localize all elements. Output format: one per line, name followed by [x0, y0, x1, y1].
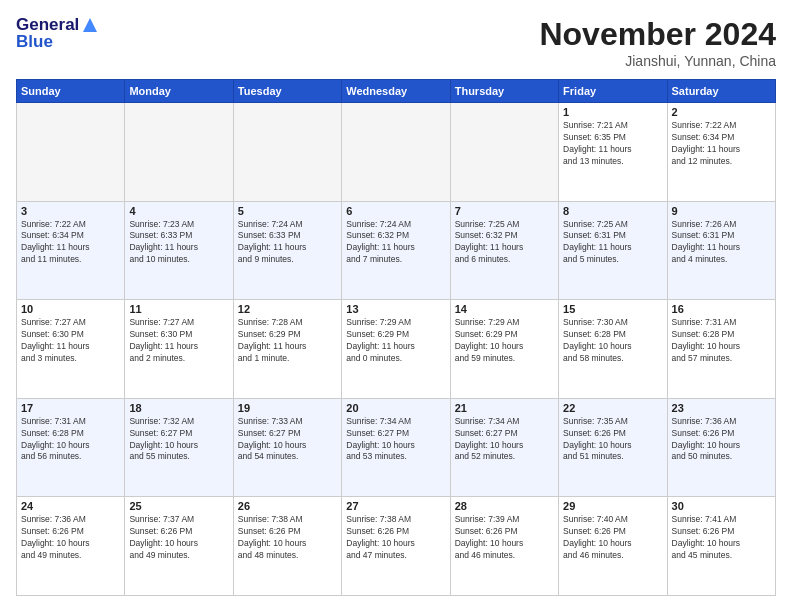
day-number: 2 — [672, 106, 771, 118]
day-number: 12 — [238, 303, 337, 315]
day-number: 4 — [129, 205, 228, 217]
calendar-cell: 15Sunrise: 7:30 AM Sunset: 6:28 PM Dayli… — [559, 300, 667, 399]
svg-marker-0 — [83, 18, 97, 32]
calendar-cell: 3Sunrise: 7:22 AM Sunset: 6:34 PM Daylig… — [17, 201, 125, 300]
header: General Blue November 2024 Jianshui, Yun… — [16, 16, 776, 69]
day-info: Sunrise: 7:21 AM Sunset: 6:35 PM Dayligh… — [563, 120, 662, 168]
calendar-cell: 30Sunrise: 7:41 AM Sunset: 6:26 PM Dayli… — [667, 497, 775, 596]
day-number: 17 — [21, 402, 120, 414]
day-number: 20 — [346, 402, 445, 414]
title-block: November 2024 Jianshui, Yunnan, China — [539, 16, 776, 69]
day-number: 22 — [563, 402, 662, 414]
day-info: Sunrise: 7:27 AM Sunset: 6:30 PM Dayligh… — [129, 317, 228, 365]
day-info: Sunrise: 7:31 AM Sunset: 6:28 PM Dayligh… — [672, 317, 771, 365]
weekday-header: Thursday — [450, 80, 558, 103]
day-number: 7 — [455, 205, 554, 217]
day-number: 1 — [563, 106, 662, 118]
calendar-cell: 12Sunrise: 7:28 AM Sunset: 6:29 PM Dayli… — [233, 300, 341, 399]
day-number: 15 — [563, 303, 662, 315]
calendar-cell: 23Sunrise: 7:36 AM Sunset: 6:26 PM Dayli… — [667, 398, 775, 497]
calendar-cell: 13Sunrise: 7:29 AM Sunset: 6:29 PM Dayli… — [342, 300, 450, 399]
day-number: 14 — [455, 303, 554, 315]
calendar-cell: 29Sunrise: 7:40 AM Sunset: 6:26 PM Dayli… — [559, 497, 667, 596]
calendar-cell: 10Sunrise: 7:27 AM Sunset: 6:30 PM Dayli… — [17, 300, 125, 399]
day-info: Sunrise: 7:34 AM Sunset: 6:27 PM Dayligh… — [455, 416, 554, 464]
calendar-cell: 7Sunrise: 7:25 AM Sunset: 6:32 PM Daylig… — [450, 201, 558, 300]
calendar-cell — [450, 103, 558, 202]
calendar-cell — [125, 103, 233, 202]
day-info: Sunrise: 7:25 AM Sunset: 6:32 PM Dayligh… — [455, 219, 554, 267]
day-info: Sunrise: 7:39 AM Sunset: 6:26 PM Dayligh… — [455, 514, 554, 562]
weekday-header: Saturday — [667, 80, 775, 103]
month-year: November 2024 — [539, 16, 776, 53]
calendar-cell: 16Sunrise: 7:31 AM Sunset: 6:28 PM Dayli… — [667, 300, 775, 399]
calendar-cell — [233, 103, 341, 202]
calendar-cell: 1Sunrise: 7:21 AM Sunset: 6:35 PM Daylig… — [559, 103, 667, 202]
day-info: Sunrise: 7:23 AM Sunset: 6:33 PM Dayligh… — [129, 219, 228, 267]
calendar-cell — [17, 103, 125, 202]
calendar-cell: 8Sunrise: 7:25 AM Sunset: 6:31 PM Daylig… — [559, 201, 667, 300]
calendar-cell: 5Sunrise: 7:24 AM Sunset: 6:33 PM Daylig… — [233, 201, 341, 300]
calendar-week-row: 10Sunrise: 7:27 AM Sunset: 6:30 PM Dayli… — [17, 300, 776, 399]
calendar-week-row: 24Sunrise: 7:36 AM Sunset: 6:26 PM Dayli… — [17, 497, 776, 596]
logo: General Blue — [16, 16, 99, 51]
day-number: 28 — [455, 500, 554, 512]
calendar-cell: 19Sunrise: 7:33 AM Sunset: 6:27 PM Dayli… — [233, 398, 341, 497]
logo-blue: Blue — [16, 33, 99, 52]
calendar-cell: 25Sunrise: 7:37 AM Sunset: 6:26 PM Dayli… — [125, 497, 233, 596]
day-info: Sunrise: 7:37 AM Sunset: 6:26 PM Dayligh… — [129, 514, 228, 562]
day-info: Sunrise: 7:38 AM Sunset: 6:26 PM Dayligh… — [238, 514, 337, 562]
calendar-cell: 28Sunrise: 7:39 AM Sunset: 6:26 PM Dayli… — [450, 497, 558, 596]
day-number: 27 — [346, 500, 445, 512]
day-info: Sunrise: 7:26 AM Sunset: 6:31 PM Dayligh… — [672, 219, 771, 267]
calendar-cell: 17Sunrise: 7:31 AM Sunset: 6:28 PM Dayli… — [17, 398, 125, 497]
day-info: Sunrise: 7:28 AM Sunset: 6:29 PM Dayligh… — [238, 317, 337, 365]
calendar-cell: 9Sunrise: 7:26 AM Sunset: 6:31 PM Daylig… — [667, 201, 775, 300]
calendar-cell — [342, 103, 450, 202]
day-number: 25 — [129, 500, 228, 512]
calendar-cell: 21Sunrise: 7:34 AM Sunset: 6:27 PM Dayli… — [450, 398, 558, 497]
day-number: 24 — [21, 500, 120, 512]
day-info: Sunrise: 7:38 AM Sunset: 6:26 PM Dayligh… — [346, 514, 445, 562]
calendar-cell: 27Sunrise: 7:38 AM Sunset: 6:26 PM Dayli… — [342, 497, 450, 596]
day-info: Sunrise: 7:32 AM Sunset: 6:27 PM Dayligh… — [129, 416, 228, 464]
day-info: Sunrise: 7:35 AM Sunset: 6:26 PM Dayligh… — [563, 416, 662, 464]
day-number: 5 — [238, 205, 337, 217]
day-info: Sunrise: 7:34 AM Sunset: 6:27 PM Dayligh… — [346, 416, 445, 464]
calendar-cell: 2Sunrise: 7:22 AM Sunset: 6:34 PM Daylig… — [667, 103, 775, 202]
day-info: Sunrise: 7:33 AM Sunset: 6:27 PM Dayligh… — [238, 416, 337, 464]
calendar-week-row: 3Sunrise: 7:22 AM Sunset: 6:34 PM Daylig… — [17, 201, 776, 300]
day-info: Sunrise: 7:30 AM Sunset: 6:28 PM Dayligh… — [563, 317, 662, 365]
calendar-week-row: 1Sunrise: 7:21 AM Sunset: 6:35 PM Daylig… — [17, 103, 776, 202]
day-number: 26 — [238, 500, 337, 512]
day-info: Sunrise: 7:22 AM Sunset: 6:34 PM Dayligh… — [21, 219, 120, 267]
calendar-week-row: 17Sunrise: 7:31 AM Sunset: 6:28 PM Dayli… — [17, 398, 776, 497]
calendar-cell: 20Sunrise: 7:34 AM Sunset: 6:27 PM Dayli… — [342, 398, 450, 497]
location: Jianshui, Yunnan, China — [539, 53, 776, 69]
calendar-cell: 11Sunrise: 7:27 AM Sunset: 6:30 PM Dayli… — [125, 300, 233, 399]
day-number: 6 — [346, 205, 445, 217]
day-info: Sunrise: 7:27 AM Sunset: 6:30 PM Dayligh… — [21, 317, 120, 365]
day-info: Sunrise: 7:36 AM Sunset: 6:26 PM Dayligh… — [21, 514, 120, 562]
day-number: 16 — [672, 303, 771, 315]
calendar-table: SundayMondayTuesdayWednesdayThursdayFrid… — [16, 79, 776, 596]
calendar-cell: 18Sunrise: 7:32 AM Sunset: 6:27 PM Dayli… — [125, 398, 233, 497]
day-info: Sunrise: 7:24 AM Sunset: 6:32 PM Dayligh… — [346, 219, 445, 267]
weekday-header: Monday — [125, 80, 233, 103]
day-number: 13 — [346, 303, 445, 315]
weekday-header: Tuesday — [233, 80, 341, 103]
day-info: Sunrise: 7:31 AM Sunset: 6:28 PM Dayligh… — [21, 416, 120, 464]
day-info: Sunrise: 7:25 AM Sunset: 6:31 PM Dayligh… — [563, 219, 662, 267]
day-number: 9 — [672, 205, 771, 217]
calendar-header-row: SundayMondayTuesdayWednesdayThursdayFrid… — [17, 80, 776, 103]
weekday-header: Wednesday — [342, 80, 450, 103]
logo-icon — [81, 16, 99, 34]
day-number: 30 — [672, 500, 771, 512]
day-info: Sunrise: 7:29 AM Sunset: 6:29 PM Dayligh… — [455, 317, 554, 365]
day-number: 29 — [563, 500, 662, 512]
weekday-header: Friday — [559, 80, 667, 103]
day-info: Sunrise: 7:22 AM Sunset: 6:34 PM Dayligh… — [672, 120, 771, 168]
day-info: Sunrise: 7:36 AM Sunset: 6:26 PM Dayligh… — [672, 416, 771, 464]
day-number: 18 — [129, 402, 228, 414]
day-number: 8 — [563, 205, 662, 217]
